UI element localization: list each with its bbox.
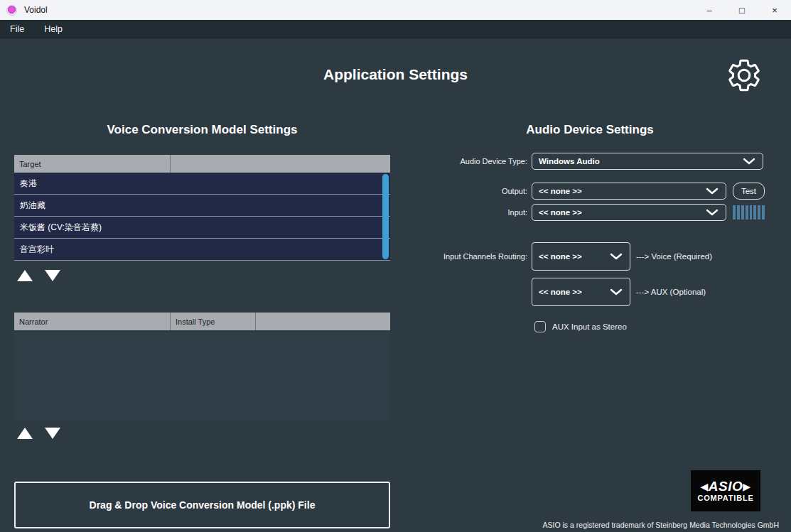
target-table-header: Target	[14, 155, 390, 173]
device-type-value: Windows Audio	[539, 157, 600, 165]
input-value: << none >>	[539, 208, 582, 217]
narrator-column-header[interactable]: Narrator	[14, 313, 171, 330]
narrator-table-body	[14, 330, 390, 421]
narrator-reorder-buttons	[17, 428, 60, 440]
move-down-button[interactable]	[45, 428, 60, 440]
table-row[interactable]: 音宫彩叶	[14, 239, 390, 261]
maximize-button[interactable]: □	[726, 0, 758, 20]
device-type-row: Audio Device Type: Windows Audio	[398, 153, 782, 170]
target-table-scrollbar[interactable]	[382, 174, 389, 259]
routing-voice-caption: ---> Voice (Required)	[636, 252, 712, 261]
input-level-meter	[733, 205, 765, 219]
gear-icon[interactable]	[726, 57, 763, 94]
routing-aux-row: << none >> ---> AUX (Optional)	[398, 278, 782, 306]
target-reorder-buttons	[17, 270, 60, 282]
move-up-button[interactable]	[17, 270, 33, 282]
device-type-label: Audio Device Type:	[398, 157, 532, 165]
target-empty-column-header	[171, 155, 390, 173]
menu-bar: File Help	[0, 20, 791, 38]
audio-device-section-title: Audio Device Settings	[398, 123, 782, 137]
page-title: Application Settings	[0, 66, 791, 83]
routing-voice-select[interactable]: << none >>	[532, 242, 630, 271]
input-select[interactable]: << none >>	[532, 204, 726, 221]
title-bar: Voidol – □ ×	[0, 0, 791, 20]
asio-trademark-notice: ASIO is a registered trademark of Steinb…	[543, 521, 779, 529]
asio-name: ASIO	[709, 479, 743, 493]
routing-aux-value: << none >>	[539, 288, 582, 296]
minimize-button[interactable]: –	[693, 0, 726, 20]
left-triangle-icon: ◀	[700, 482, 708, 492]
window-controls: – □ ×	[693, 0, 791, 20]
narrator-table: Narrator Install Type	[14, 313, 390, 421]
narrator-table-header: Narrator Install Type	[14, 313, 390, 330]
aux-stereo-row: AUX Input as Stereo	[534, 321, 627, 332]
aux-stereo-checkbox[interactable]	[534, 321, 546, 332]
asio-compatible-logo: ◀ASIO▶ COMPATIBLE	[691, 470, 760, 511]
routing-voice-value: << none >>	[539, 252, 582, 261]
chevron-down-icon	[706, 188, 719, 195]
input-row: Input: << none >>	[398, 204, 782, 221]
target-table: Target 奏港 奶油藏 米饭酱 (CV:染音若蔡) 音宫彩叶	[14, 155, 390, 261]
close-button[interactable]: ×	[758, 0, 791, 20]
up-triangle-icon	[17, 428, 33, 439]
target-table-body: 奏港 奶油藏 米饭酱 (CV:染音若蔡) 音宫彩叶	[14, 173, 390, 261]
output-value: << none >>	[539, 187, 582, 195]
right-triangle-icon: ▶	[743, 482, 750, 492]
up-triangle-icon	[17, 270, 33, 281]
chevron-down-icon	[610, 288, 623, 295]
table-row[interactable]: 奶油藏	[14, 195, 390, 217]
routing-aux-caption: ---> AUX (Optional)	[636, 288, 706, 296]
down-triangle-icon	[45, 428, 60, 439]
install-type-column-header[interactable]: Install Type	[171, 313, 256, 330]
asio-logo-text: ◀ASIO▶	[700, 479, 750, 493]
move-down-button[interactable]	[45, 270, 60, 282]
voice-model-section-title: Voice Conversion Model Settings	[14, 123, 390, 137]
output-select[interactable]: << none >>	[532, 183, 726, 200]
window-title: Voidol	[24, 5, 693, 15]
dropzone-label: Drag & Drop Voice Conversion Model (.ppk…	[90, 499, 316, 511]
output-row: Output: << none >> Test	[398, 183, 782, 200]
move-up-button[interactable]	[17, 428, 33, 440]
menu-file[interactable]: File	[0, 20, 34, 38]
input-label: Input:	[398, 208, 532, 217]
asio-compatible-text: COMPATIBLE	[697, 494, 753, 502]
device-type-select[interactable]: Windows Audio	[532, 153, 763, 170]
chevron-down-icon	[610, 253, 623, 260]
routing-aux-select[interactable]: << none >>	[532, 278, 630, 306]
aux-stereo-label: AUX Input as Stereo	[552, 322, 627, 331]
chevron-down-icon	[706, 209, 719, 216]
menu-help[interactable]: Help	[34, 20, 72, 38]
table-row[interactable]: 米饭酱 (CV:染音若蔡)	[14, 217, 390, 239]
ppk-dropzone[interactable]: Drag & Drop Voice Conversion Model (.ppk…	[14, 482, 390, 528]
test-button[interactable]: Test	[733, 183, 765, 200]
target-column-header[interactable]: Target	[14, 155, 171, 173]
narrator-empty-column-header	[256, 313, 390, 330]
table-row[interactable]: 奏港	[14, 173, 390, 195]
chevron-down-icon	[743, 158, 755, 165]
routing-voice-row: Input Channels Routing: << none >> ---> …	[398, 242, 782, 271]
voidol-app-icon	[6, 5, 17, 16]
routing-label: Input Channels Routing:	[398, 252, 532, 261]
output-label: Output:	[398, 187, 532, 195]
down-triangle-icon	[45, 270, 60, 281]
